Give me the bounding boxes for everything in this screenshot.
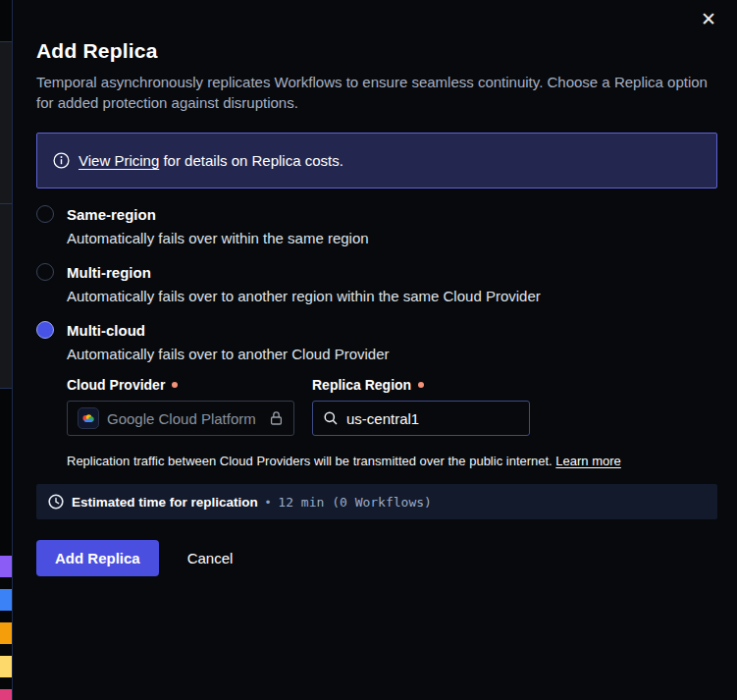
radio-multi-region[interactable]: Multi-region [36,263,717,281]
replica-region-field: Replica Region us-central1 [312,377,530,436]
clock-icon [48,494,64,510]
option-label: Same-region [67,206,156,223]
namespace-avatar [0,622,12,644]
option-description: Automatically fails over to another Clou… [67,346,717,362]
radio-icon[interactable] [36,321,54,339]
replica-region-value: us-central1 [346,410,419,427]
cloud-provider-select[interactable]: Google Cloud Platform [67,401,294,436]
multi-cloud-fields: Cloud Provider [67,377,717,468]
modal-description: Temporal asynchronously replicates Workf… [36,72,709,113]
divider [0,203,12,204]
cloud-provider-label: Cloud Provider [67,377,294,393]
radio-same-region[interactable]: Same-region [36,205,717,223]
option-description: Automatically fails over within the same… [67,230,717,246]
learn-more-link[interactable]: Learn more [555,454,620,468]
divider [0,41,12,42]
search-icon [323,410,339,426]
sidebar-avatar-strip [0,556,12,700]
option-same-region: Same-region Automatically fails over wit… [36,205,717,246]
add-replica-button[interactable]: Add Replica [36,540,159,576]
option-multi-region: Multi-region Automatically fails over to… [36,263,717,304]
namespace-avatar [0,556,12,577]
option-multi-cloud: Multi-cloud Automatically fails over to … [36,321,717,468]
close-icon[interactable]: ✕ [696,6,721,31]
radio-icon[interactable] [36,263,54,281]
pricing-banner-text: View Pricing for details on Replica cost… [79,152,343,169]
background-page-strip [0,0,13,700]
cloud-provider-value: Google Cloud Platform [107,410,261,427]
view-pricing-link[interactable]: View Pricing [79,152,159,169]
public-internet-note: Replication traffic between Cloud Provid… [67,454,717,468]
estimate-label: Estimated time for replication [72,495,258,510]
cloud-provider-field: Cloud Provider [67,377,294,436]
radio-icon[interactable] [36,205,54,223]
add-replica-modal: ✕ Add Replica Temporal asynchronously re… [13,0,737,700]
option-description: Automatically fails over to another regi… [67,288,717,304]
divider [0,388,12,389]
required-dot-icon [172,382,178,388]
estimate-banner: Estimated time for replication • 12 min … [36,484,717,519]
replica-region-input[interactable]: us-central1 [312,401,530,436]
option-label: Multi-cloud [67,322,145,339]
replica-region-label: Replica Region [312,377,530,393]
radio-multi-cloud[interactable]: Multi-cloud [36,321,717,339]
estimate-value: 12 min (0 Workflows) [278,495,432,510]
cancel-button[interactable]: Cancel [187,550,234,566]
gcp-logo-icon [78,407,99,429]
replica-options-group: Same-region Automatically fails over wit… [36,205,717,468]
pricing-info-banner: View Pricing for details on Replica cost… [36,133,717,188]
page-title: Add Replica [36,39,717,63]
namespace-avatar [0,656,12,677]
info-icon [53,152,70,169]
lock-icon [269,410,284,426]
background-sidebar-panel [0,41,12,388]
option-label: Multi-region [67,264,151,281]
required-dot-icon [418,382,424,388]
namespace-avatar [0,589,12,611]
estimate-separator: • [266,495,271,510]
modal-actions: Add Replica Cancel [36,540,717,576]
namespace-avatar [0,689,12,700]
